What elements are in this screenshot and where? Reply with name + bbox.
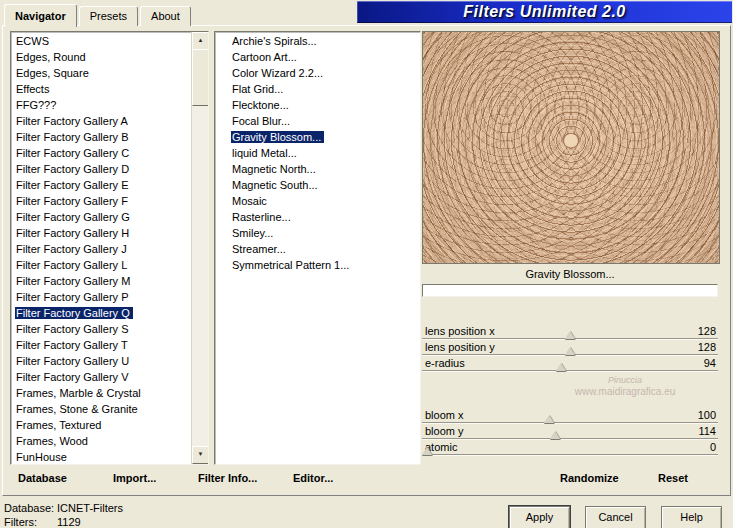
param-slider-track[interactable] — [422, 370, 718, 372]
category-item[interactable]: Filter Factory Gallery B — [11, 129, 192, 145]
filter-item-label: Magnetic South... — [231, 179, 321, 191]
scroll-down-icon[interactable]: ▼ — [192, 446, 209, 464]
filter-item[interactable]: Flat Grid... — [215, 81, 420, 97]
category-item[interactable]: FFG??? — [11, 97, 192, 113]
preview-image — [423, 32, 719, 263]
category-item[interactable]: Filter Factory Gallery E — [11, 177, 192, 193]
filter-item[interactable]: Magnetic South... — [215, 177, 420, 193]
category-item-label: Edges, Square — [15, 67, 92, 79]
filter-item[interactable]: Gravity Blossom... — [215, 129, 420, 145]
filter-item[interactable]: liquid Metal... — [215, 145, 420, 161]
filter-item[interactable]: Magnetic North... — [215, 161, 420, 177]
filter-item[interactable]: Focal Blur... — [215, 113, 420, 129]
category-item-label: Filter Factory Gallery A — [15, 115, 131, 127]
category-list: ECWSEdges, RoundEdges, SquareEffectsFFG?… — [10, 31, 209, 465]
category-item[interactable]: Filter Factory Gallery J — [11, 241, 192, 257]
param-slider-thumb[interactable] — [556, 363, 566, 371]
category-item[interactable]: Frames, Textured — [11, 417, 192, 433]
preview-filter-name: Gravity Blossom... — [422, 267, 718, 281]
category-item-label: Filter Factory Gallery B — [15, 131, 131, 143]
filter-item-label: Symmetrical Pattern 1... — [231, 259, 352, 271]
param-value: 128 — [698, 341, 716, 353]
category-item-label: Filter Factory Gallery J — [15, 243, 130, 255]
filter-item[interactable]: Mosaic — [215, 193, 420, 209]
category-item[interactable]: Frames, Stone & Granite — [11, 401, 192, 417]
category-item[interactable]: Filter Factory Gallery L — [11, 257, 192, 273]
param-slider-thumb[interactable] — [422, 447, 432, 455]
filter-item[interactable]: Flecktone... — [215, 97, 420, 113]
param-slider-thumb[interactable] — [565, 347, 575, 355]
category-item[interactable]: Filter Factory Gallery M — [11, 273, 192, 289]
category-item[interactable]: Filter Factory Gallery A — [11, 113, 192, 129]
title-banner: Filters Unlimited 2.0 — [357, 1, 732, 23]
filter-item-label: Focal Blur... — [231, 115, 293, 127]
category-item-label: Filter Factory Gallery L — [15, 259, 130, 271]
randomize-button[interactable]: Randomize — [560, 470, 619, 486]
filter-item[interactable]: Streamer... — [215, 241, 420, 257]
import-button[interactable]: Import... — [113, 470, 156, 486]
filter-item-label: Flat Grid... — [231, 83, 286, 95]
category-item-label: Filter Factory Gallery H — [15, 227, 132, 239]
param-row: atomic0 — [422, 440, 718, 456]
category-item[interactable]: Filter Factory Gallery P — [11, 289, 192, 305]
filter-preview — [422, 31, 720, 264]
category-item-label: Frames, Wood — [15, 435, 91, 447]
category-scrollbar[interactable]: ▲ ▼ — [191, 32, 208, 464]
scroll-up-icon[interactable]: ▲ — [192, 32, 209, 50]
filter-item-label: Gravity Blossom... — [231, 131, 324, 143]
filter-item-label: Rasterline... — [231, 211, 294, 223]
param-slider-thumb[interactable] — [544, 415, 554, 423]
category-item[interactable]: Edges, Round — [11, 49, 192, 65]
category-item[interactable]: Filter Factory Gallery D — [11, 161, 192, 177]
status-database-value: ICNET-Filters — [57, 502, 123, 515]
category-item[interactable]: Effects — [11, 81, 192, 97]
filter-item[interactable]: Archie's Spirals... — [215, 33, 420, 49]
category-item[interactable]: Filter Factory Gallery V — [11, 369, 192, 385]
status-filters-label: Filters: — [4, 516, 37, 528]
category-item[interactable]: Edges, Square — [11, 65, 192, 81]
reset-button[interactable]: Reset — [658, 470, 688, 486]
tab-navigator[interactable]: Navigator — [4, 4, 77, 27]
tab-presets[interactable]: Presets — [79, 6, 138, 26]
watermark-line2: www.maidiragrafica.eu — [540, 386, 710, 397]
scrollbar-thumb[interactable] — [192, 49, 209, 106]
category-item[interactable]: ECWS — [11, 33, 192, 49]
help-button[interactable]: Help — [661, 506, 722, 528]
progress-bar — [422, 284, 718, 297]
apply-button[interactable]: Apply — [509, 506, 570, 528]
category-item[interactable]: Filter Factory Gallery G — [11, 209, 192, 225]
filter-item[interactable]: Rasterline... — [215, 209, 420, 225]
param-slider-thumb[interactable] — [550, 431, 560, 439]
category-item[interactable]: Filter Factory Gallery C — [11, 145, 192, 161]
param-row: bloom x100 — [422, 408, 718, 424]
param-label: lens position x — [425, 325, 495, 337]
editor-button[interactable]: Editor... — [293, 470, 333, 486]
status-filters-value: 1129 — [57, 516, 81, 528]
param-slider-track[interactable] — [422, 454, 718, 456]
tab-about[interactable]: About — [140, 6, 191, 26]
filter-item[interactable]: Smiley... — [215, 225, 420, 241]
category-item[interactable]: Filter Factory Gallery S — [11, 321, 192, 337]
category-item[interactable]: Filter Factory Gallery Q — [11, 305, 192, 321]
param-group-2: bloom x100bloom y114atomic0 — [422, 408, 718, 456]
database-button[interactable]: Database — [18, 470, 67, 486]
category-item[interactable]: FunHouse — [11, 449, 192, 464]
category-item[interactable]: Frames, Marble & Crystal — [11, 385, 192, 401]
category-item-label: Filter Factory Gallery S — [15, 323, 131, 335]
category-item-label: Edges, Round — [15, 51, 89, 63]
filter-item[interactable]: Color Wizard 2.2... — [215, 65, 420, 81]
category-item[interactable]: Filter Factory Gallery T — [11, 337, 192, 353]
category-item[interactable]: Filter Factory Gallery U — [11, 353, 192, 369]
param-slider-thumb[interactable] — [565, 331, 575, 339]
category-item[interactable]: Frames, Wood — [11, 433, 192, 449]
filters-unlimited-dialog: { "window": { "banner_title": "Filters U… — [0, 0, 733, 528]
filter-info-button[interactable]: Filter Info... — [198, 470, 257, 486]
cancel-button[interactable]: Cancel — [585, 506, 646, 528]
filter-item-label: Magnetic North... — [231, 163, 319, 175]
filter-item-label: Cartoon Art... — [231, 51, 300, 63]
filter-item[interactable]: Cartoon Art... — [215, 49, 420, 65]
category-item[interactable]: Filter Factory Gallery H — [11, 225, 192, 241]
filter-item[interactable]: Symmetrical Pattern 1... — [215, 257, 420, 273]
category-item[interactable]: Filter Factory Gallery F — [11, 193, 192, 209]
category-item-label: Filter Factory Gallery V — [15, 371, 131, 383]
